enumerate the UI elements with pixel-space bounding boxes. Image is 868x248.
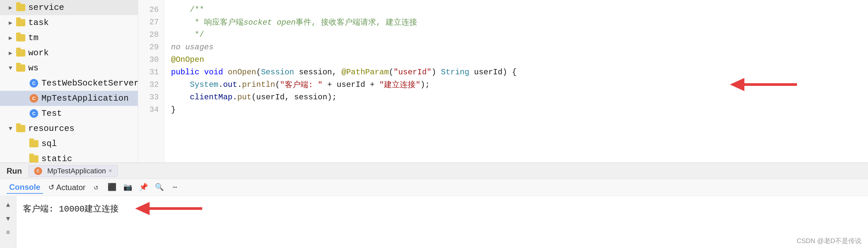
- run-tab-label: MpTestApplication: [48, 167, 106, 175]
- sidebar-item-tm[interactable]: ▶ tm: [0, 30, 138, 45]
- line-num-32: 32: [138, 78, 164, 91]
- console-gutter: ▲ ▼ ≡: [0, 196, 17, 248]
- tab-actuator[interactable]: ↺ Actuator: [48, 183, 86, 192]
- console-output-text: 客户端: 10000建立连接: [23, 203, 119, 214]
- code-editor: 26 27 28 29 30 31 32 33 34 /** * 响应客户端so…: [138, 0, 868, 162]
- line-num-34: 34: [138, 103, 164, 116]
- chevron-right-icon: ▶: [7, 49, 14, 57]
- tab-close-button[interactable]: ×: [108, 167, 112, 174]
- chevron-down-icon: ▼: [7, 125, 14, 132]
- console-line-1: 客户端: 10000建立连接: [23, 201, 861, 216]
- chevron-right-icon: ▶: [7, 19, 14, 27]
- java-icon: C: [29, 108, 39, 118]
- run-tab-mptestapplication[interactable]: C MpTestApplication ×: [29, 165, 118, 177]
- code-line-29: no usages: [171, 41, 868, 53]
- run-tab-bar: Run C MpTestApplication ×: [0, 163, 868, 179]
- sidebar-item-testwebsocketserver[interactable]: ▶ C TestWebSocketServer: [0, 76, 138, 91]
- folder-icon: [16, 18, 26, 28]
- sidebar-item-sql[interactable]: ▶ sql: [0, 136, 138, 151]
- folder-icon: [16, 63, 26, 73]
- code-line-32: System . out . println ( "客户端: " + userI…: [171, 78, 868, 91]
- bottom-panel: Run C MpTestApplication × Console ↺ Actu…: [0, 162, 868, 248]
- folder-icon: [29, 154, 39, 162]
- code-line-30: @OnOpen: [171, 53, 868, 66]
- code-line-33: clientMap . put (userId, session);: [171, 91, 868, 103]
- line-num-26: 26: [138, 3, 164, 16]
- code-line-27: * 响应客户端socket open事件, 接收客户端请求, 建立连接: [171, 16, 868, 28]
- folder-icon: [16, 124, 26, 133]
- code-arrow-annotation: [730, 78, 802, 91]
- sidebar-item-mptestapplication[interactable]: ▶ C MpTestApplication: [0, 91, 138, 106]
- more-icon[interactable]: ⋯: [169, 182, 180, 193]
- sidebar-item-resources[interactable]: ▼ resources: [0, 121, 138, 136]
- line-num-28: 28: [138, 28, 164, 41]
- stop-icon[interactable]: ⬛: [106, 182, 117, 193]
- sidebar-item-label: TestWebSocketServer: [41, 78, 138, 88]
- code-line-28: */: [171, 28, 868, 41]
- sidebar-item-test[interactable]: ▶ C Test: [0, 106, 138, 121]
- line-numbers: 26 27 28 29 30 31 32 33 34: [138, 0, 164, 162]
- sidebar-item-label: sql: [41, 139, 57, 149]
- watermark: CSDN @老D不是传说: [797, 237, 861, 245]
- folder-icon: [16, 3, 26, 12]
- code-line-34: }: [171, 103, 868, 116]
- sidebar-item-label: MpTestApplication: [41, 93, 129, 103]
- line-num-31: 31: [138, 66, 164, 78]
- search-console-icon[interactable]: 🔍: [154, 182, 164, 193]
- sidebar-item-task[interactable]: ▶ task: [0, 15, 138, 30]
- sidebar-item-label: resources: [28, 124, 74, 133]
- sidebar-item-label: task: [28, 18, 49, 28]
- sidebar-item-label: Test: [41, 108, 62, 118]
- chevron-down-icon: ▼: [7, 64, 14, 72]
- console-arrow-annotation: [135, 202, 208, 215]
- pin-icon[interactable]: 📌: [138, 182, 149, 193]
- java-tab-icon: C: [34, 167, 42, 175]
- line-num-33: 33: [138, 91, 164, 103]
- sidebar-item-ws[interactable]: ▼ ws: [0, 61, 138, 76]
- screenshot-icon[interactable]: 📷: [122, 182, 133, 193]
- sidebar-item-label: service: [28, 3, 64, 12]
- sidebar-item-label: static: [41, 154, 72, 162]
- sidebar-item-label: work: [28, 48, 49, 58]
- scroll-down-icon[interactable]: ▼: [3, 213, 14, 224]
- line-num-29: 29: [138, 41, 164, 53]
- scroll-up-icon[interactable]: ▲: [3, 199, 14, 211]
- code-line-31: public void onOpen ( Session session, @P…: [171, 66, 868, 78]
- folder-icon: [16, 48, 26, 58]
- line-num-27: 27: [138, 16, 164, 28]
- chevron-right-icon: ▶: [7, 34, 14, 42]
- sidebar-item-static[interactable]: ▶ static: [0, 151, 138, 162]
- console-bottom: ▲ ▼ ≡ 客户端: 10000建立连接: [0, 196, 868, 248]
- actuator-label: Actuator: [56, 183, 86, 192]
- sidebar-item-work[interactable]: ▶ work: [0, 45, 138, 61]
- chevron-right-icon: ▶: [7, 4, 14, 11]
- folder-icon: [29, 139, 39, 149]
- file-tree: ▶ service ▶ task ▶ tm ▶ work: [0, 0, 138, 162]
- console-output: 客户端: 10000建立连接: [17, 196, 868, 248]
- folder-icon: [16, 33, 26, 43]
- console-toolbar: Console ↺ Actuator ↺ ⬛ 📷 📌 🔍 ⋯: [0, 179, 868, 196]
- line-num-30: 30: [138, 53, 164, 66]
- java-main-icon: C: [29, 93, 39, 103]
- refresh-icon[interactable]: ↺: [91, 182, 101, 193]
- sidebar-item-label: tm: [28, 33, 38, 43]
- code-content: /** * 响应客户端socket open事件, 接收客户端请求, 建立连接 …: [164, 0, 868, 162]
- wrap-icon[interactable]: ≡: [3, 227, 14, 238]
- tab-console[interactable]: Console: [7, 181, 43, 194]
- run-label: Run: [7, 166, 22, 176]
- actuator-icon: ↺: [48, 183, 54, 192]
- sidebar-item-service[interactable]: ▶ service: [0, 0, 138, 15]
- code-line-26: /**: [171, 3, 868, 16]
- java-icon: C: [29, 78, 39, 88]
- sidebar-item-label: ws: [28, 63, 38, 73]
